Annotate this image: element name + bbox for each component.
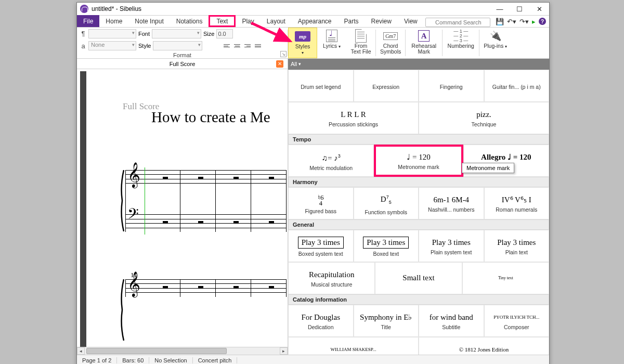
help-icon[interactable]: ? xyxy=(539,18,546,25)
redo-icon[interactable]: ↷▾ xyxy=(519,18,529,25)
command-search-input[interactable] xyxy=(425,18,490,27)
gallery-header-catalog: Catalog information xyxy=(288,294,549,305)
gallery-item[interactable]: Play 3 timesPlain text xyxy=(484,230,550,262)
document-tab[interactable]: Full Score ✕ xyxy=(77,59,288,69)
gallery-item[interactable]: L R L RPercussion stickings xyxy=(288,102,419,134)
document-area: Full Score ✕ Full Score How to create a … xyxy=(77,59,288,355)
document-close-button[interactable]: ✕ xyxy=(276,60,283,68)
gallery-item[interactable]: ♫= ♪3Metric modulation xyxy=(288,145,374,177)
workspace: Full Score ✕ Full Score How to create a … xyxy=(77,59,549,355)
titlebar: untitled* - Sibelius — ☐ ✕ xyxy=(77,3,549,15)
status-page[interactable]: Page 1 of 2 xyxy=(77,357,117,363)
gallery-item[interactable]: Symphony in E♭Title xyxy=(354,305,419,337)
gallery-item[interactable]: Play 3 timesPlain system text xyxy=(419,230,484,262)
numbering-icon: — 1 —— 2 —— 3 — xyxy=(453,29,468,43)
status-pitch[interactable]: Concert pitch xyxy=(193,357,238,363)
minimize-button[interactable]: — xyxy=(490,3,510,15)
char-value-dropdown[interactable]: None xyxy=(88,41,136,50)
gallery-item[interactable]: Fingering xyxy=(419,70,484,102)
gallery-item[interactable]: Guitar fin... (p i m a) xyxy=(484,70,550,102)
size-label: Size xyxy=(203,31,214,37)
gallery-item[interactable]: D75Function symbols xyxy=(354,187,419,219)
plugins-button[interactable]: 🔌 Plug-ins ▾ xyxy=(479,28,511,58)
score-title: How to create a Me xyxy=(151,109,270,126)
close-button[interactable]: ✕ xyxy=(529,3,549,15)
gallery-item[interactable]: Drum set legend xyxy=(288,70,354,102)
treble-clef-icon: 𝄞 xyxy=(127,166,140,184)
size-input[interactable] xyxy=(216,29,233,38)
undo-icon[interactable]: ↶▾ xyxy=(507,18,516,25)
ribbon: ¶ Font Size a None Style F xyxy=(77,28,549,59)
gallery-header-tempo: Tempo xyxy=(288,134,549,145)
chord-symbols-button[interactable]: Gm7 Chord Symbols xyxy=(376,28,405,58)
gallery-item[interactable]: © 1812 Jones EditionCopyright xyxy=(419,337,549,355)
lyrics-button[interactable]: Lyrics ▾ xyxy=(317,28,346,58)
styles-gallery: All Drum set legendExpressionFingeringGu… xyxy=(288,59,549,355)
annotation-arrow xyxy=(249,20,301,48)
tab-home[interactable]: Home xyxy=(99,15,128,27)
gallery-item[interactable]: Tiny text xyxy=(462,262,549,294)
gallery-item[interactable]: 6m-1 6M-4Nashvill... numbers xyxy=(419,187,484,219)
tab-note-input[interactable]: Note Input xyxy=(128,15,170,27)
gallery-item[interactable]: RecapitulationMusical structure xyxy=(288,262,375,294)
quick-access-toolbar: 💾 ↶▾ ↷▾ ▸ ? xyxy=(492,15,549,27)
font-label: Font xyxy=(138,31,150,37)
window-title: untitled* - Sibelius xyxy=(92,5,490,12)
scroll-left-button[interactable]: ◂ xyxy=(77,347,85,355)
gallery-item[interactable]: Small text xyxy=(375,262,462,294)
treble-clef-icon: 𝄞 xyxy=(127,275,140,293)
gallery-filter-all[interactable]: All xyxy=(288,59,549,70)
gallery-item[interactable]: Play 3 timesBoxed text xyxy=(354,230,419,262)
tab-text[interactable]: Text xyxy=(209,15,236,27)
gallery-item[interactable]: Expression xyxy=(354,70,419,102)
svg-line-0 xyxy=(251,23,290,41)
tab-view[interactable]: View xyxy=(398,15,424,27)
horizontal-scrollbar[interactable]: ◂ ▸ xyxy=(77,347,288,355)
ribbon-tabs: File Home Note Input Notations Text Play… xyxy=(77,15,549,28)
gallery-item[interactable]: pizz.Technique xyxy=(419,102,549,134)
scroll-right-button[interactable]: ▸ xyxy=(280,347,288,355)
style-dropdown[interactable] xyxy=(153,41,202,50)
chord-icon: Gm7 xyxy=(383,32,398,40)
gallery-item[interactable]: For DouglasDedication xyxy=(288,305,354,337)
brace-icon xyxy=(120,170,124,231)
numbering-button[interactable]: — 1 —— 2 —— 3 — Numbering xyxy=(443,28,479,58)
document-tab-label: Full Score xyxy=(170,61,196,67)
gallery-item[interactable]: IV⁶ V⁶₅ IRoman numerals xyxy=(484,187,550,219)
status-bars[interactable]: Bars: 60 xyxy=(117,357,149,363)
format-group-label: Format xyxy=(77,52,288,58)
gallery-header-harmony: Harmony xyxy=(288,177,549,187)
style-label: Style xyxy=(138,43,151,49)
para-style-dropdown[interactable] xyxy=(88,29,136,38)
rehearsal-mark-button[interactable]: A Rehearsal Mark xyxy=(406,28,442,58)
maximize-button[interactable]: ☐ xyxy=(510,3,529,15)
gallery-header-general: General xyxy=(288,219,549,230)
gallery-item[interactable]: Play 3 timesBoxed system text xyxy=(288,230,354,262)
gallery-item[interactable]: ♮64Figured bass xyxy=(288,187,354,219)
status-bar: Page 1 of 2 Bars: 60 No Selection Concer… xyxy=(77,355,549,364)
score-canvas[interactable]: Full Score How to create a Me 𝄞 𝄢 xyxy=(77,69,288,347)
gallery-item[interactable]: for wind bandSubtitle xyxy=(419,305,484,337)
font-dropdown[interactable] xyxy=(152,29,201,38)
plug-icon: 🔌 xyxy=(490,30,501,42)
tooltip: Metronome mark xyxy=(462,163,514,173)
gallery-item[interactable]: PYOTR ILYICH TCH...Composer xyxy=(484,305,550,337)
char-icon[interactable]: a xyxy=(80,42,86,50)
format-dialog-launcher[interactable]: ↘ xyxy=(280,51,287,57)
align-center-button[interactable] xyxy=(232,42,242,50)
gallery-item[interactable]: WILLIAM SHAKESP...Lyricist xyxy=(288,337,419,355)
tab-file[interactable]: File xyxy=(77,15,99,27)
play-icon[interactable]: ▸ xyxy=(532,18,536,25)
gallery-item[interactable]: ♩ = 120Metronome mark xyxy=(374,145,463,177)
from-text-file-button[interactable]: From Text File xyxy=(346,28,375,58)
brace-icon xyxy=(120,279,124,341)
align-left-button[interactable] xyxy=(222,42,231,50)
scroll-thumb[interactable] xyxy=(86,348,227,354)
app-icon xyxy=(80,5,88,13)
save-icon[interactable]: 💾 xyxy=(496,18,504,25)
tab-notations[interactable]: Notations xyxy=(170,15,209,27)
paragraph-icon[interactable]: ¶ xyxy=(80,30,86,37)
tab-review[interactable]: Review xyxy=(365,15,398,27)
rehearsal-icon: A xyxy=(418,30,430,42)
tab-parts[interactable]: Parts xyxy=(338,15,365,27)
